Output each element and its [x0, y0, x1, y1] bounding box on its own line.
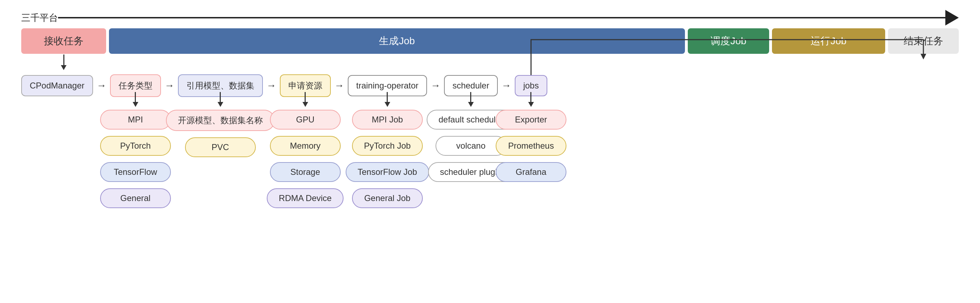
phase-bar-run: 运行Job [772, 28, 885, 54]
col-item-tasktype-3: General [100, 188, 171, 208]
pipe-arrow-3: → [334, 80, 344, 91]
phase-bars-row: 接收任务 生成Job 调度Job 运行Job 结束任务 [21, 28, 959, 54]
timeline-line [58, 17, 946, 18]
timeline-row: 三千平台 [21, 10, 959, 26]
col-jobs: ExporterPrometheusGrafana [482, 110, 581, 182]
timeline-arrow [945, 10, 959, 26]
col-item-operator-0: MPI Job [352, 110, 423, 129]
phase-bar-generate: 生成Job [109, 28, 685, 54]
col-item-resource-3: RDMA Device [267, 188, 344, 208]
pipe-arrow-4: → [431, 80, 441, 91]
col-item-operator-1: PyTorch Job [352, 136, 423, 156]
svg-marker-0 [921, 54, 926, 59]
down-arrow-resource [302, 92, 308, 107]
col-item-operator-2: TensorFlow Job [346, 162, 429, 182]
pipe-node-cpod: CPodManager [21, 75, 93, 96]
down-arrow-model [218, 92, 223, 107]
pipe-arrow-1: → [164, 80, 174, 91]
phase-bar-schedule: 调度Job [688, 28, 769, 54]
col-item-jobs-2: Grafana [496, 162, 566, 182]
col-model: 开源模型、数据集名称PVC [171, 110, 270, 157]
accept-down-arrow [61, 54, 67, 70]
pipe-arrow-2: → [266, 80, 276, 91]
col-item-jobs-1: Prometheus [496, 136, 566, 156]
col-item-tasktype-2: TensorFlow [100, 162, 171, 182]
timeline-label: 三千平台 [21, 12, 58, 24]
col-item-operator-3: General Job [352, 188, 423, 208]
down-arrow-scheduler [468, 92, 474, 107]
col-item-tasktype-1: PyTorch [100, 136, 171, 156]
col-item-resource-1: Memory [270, 136, 341, 156]
col-item-resource-0: GPU [270, 110, 341, 129]
down-arrow-operator [385, 92, 390, 107]
col-item-tasktype-0: MPI [100, 110, 171, 129]
col-item-model-1: PVC [185, 137, 256, 157]
pipe-arrow-0: → [97, 80, 107, 91]
phase-bar-end: 结束任务 [888, 28, 959, 54]
main-container: 三千平台 接收任务 生成Job 调度Job 运行Job 结束任务 CPodMan… [0, 0, 980, 303]
pipeline-row: CPodManager→任务类型→引用模型、数据集→申请资源→training-… [21, 74, 959, 97]
phase-bar-accept: 接收任务 [21, 28, 106, 54]
col-item-resource-2: Storage [270, 162, 341, 182]
down-arrow-tasktype [133, 92, 138, 107]
col-item-jobs-0: Exporter [496, 110, 566, 129]
down-arrow-jobs [528, 92, 534, 107]
pipe-arrow-5: → [501, 80, 511, 91]
